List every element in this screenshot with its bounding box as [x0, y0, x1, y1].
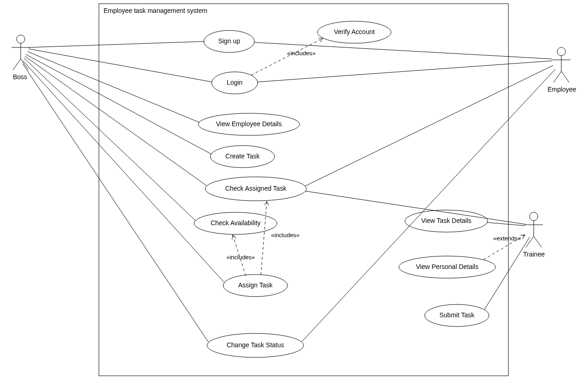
stereo-includes-2: «includes»: [226, 254, 255, 261]
assoc-emp-change: [302, 69, 555, 342]
assoc-boss-checkassigned: [25, 56, 207, 186]
svg-line-8: [553, 71, 561, 82]
assoc-trainee-submit: [484, 237, 530, 309]
svg-text:Assign Task: Assign Task: [238, 281, 273, 289]
assoc-boss-checkavail: [24, 58, 196, 221]
assoc-emp-checkassigned: [305, 65, 553, 186]
assoc-boss-viewemp: [28, 52, 200, 122]
stereo-includes-3: «includes»: [271, 232, 300, 239]
assoc-boss-signup: [29, 41, 204, 47]
usecase-check-avail: Check Availability: [194, 212, 277, 234]
svg-text:Change Task Status: Change Task Status: [226, 341, 284, 349]
svg-text:Submit Task: Submit Task: [439, 311, 475, 319]
stereo-extends-1: «extends»: [493, 235, 521, 242]
actor-employee-label: Employee: [548, 86, 576, 93]
usecase-create-task: Create Task: [210, 146, 275, 168]
svg-text:View Task Details: View Task Details: [421, 217, 471, 224]
usecase-login: Login: [212, 72, 258, 94]
svg-line-9: [561, 71, 569, 82]
svg-line-3: [13, 59, 21, 70]
svg-point-0: [17, 35, 25, 43]
svg-text:View Employee Details: View Employee Details: [216, 120, 282, 128]
svg-text:Sign up: Sign up: [218, 37, 240, 45]
svg-text:View Personal Details: View Personal Details: [416, 263, 478, 270]
svg-line-4: [21, 59, 29, 70]
actor-trainee-label: Trainee: [523, 251, 545, 258]
usecase-submit-task: Submit Task: [425, 304, 489, 327]
svg-line-13: [526, 236, 534, 247]
assoc-emp-login: [257, 61, 552, 82]
actor-employee: Employee: [548, 47, 576, 93]
usecase-check-assigned: Check Assigned Task: [205, 177, 306, 201]
usecase-view-task: View Task Details: [405, 210, 488, 232]
usecase-signup: Sign up: [204, 30, 254, 52]
svg-line-14: [534, 236, 542, 247]
svg-text:Check Assigned Task: Check Assigned Task: [225, 185, 287, 192]
assoc-boss-assign: [23, 61, 225, 283]
svg-point-10: [530, 212, 538, 221]
usecase-verify: Verify Account: [317, 21, 391, 43]
usecase-view-emp: View Employee Details: [198, 113, 300, 135]
assoc-boss-change: [23, 64, 208, 342]
svg-text:Check Availability: Check Availability: [211, 219, 261, 227]
assoc-boss-create: [26, 54, 212, 154]
use-case-diagram: Employee task management system Boss Emp…: [0, 0, 588, 385]
assoc-boss-login: [29, 49, 212, 82]
usecase-view-personal: View Personal Details: [399, 256, 496, 278]
svg-text:Login: Login: [227, 79, 242, 86]
actor-boss-label: Boss: [13, 73, 27, 81]
system-title: Employee task management system: [104, 7, 208, 14]
include-login-verify: [251, 38, 323, 75]
svg-point-5: [557, 47, 565, 56]
actor-trainee: Trainee: [523, 212, 545, 258]
assoc-trainee-viewtask: [487, 222, 525, 226]
svg-text:Create Task: Create Task: [225, 152, 260, 160]
svg-text:Verify Account: Verify Account: [334, 28, 375, 35]
stereo-includes-1: «includes»: [287, 50, 316, 57]
usecase-assign-task: Assign Task: [223, 274, 288, 297]
usecase-change-status: Change Task Status: [207, 333, 304, 357]
include-assign-checkassigned: [261, 201, 267, 275]
